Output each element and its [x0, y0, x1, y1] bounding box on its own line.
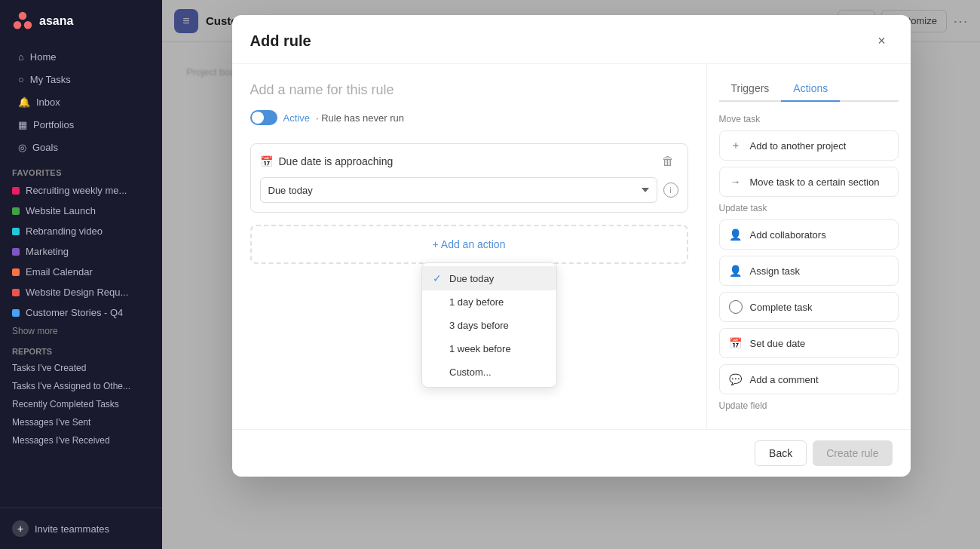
sidebar-item-marketing[interactable]: Marketing: [0, 241, 162, 262]
sidebar-item-customer-stories[interactable]: Customer Stories - Q4: [0, 302, 162, 323]
action-assign-task[interactable]: 👤 Assign task: [719, 256, 899, 286]
report-tasks-created[interactable]: Tasks I've Created: [0, 359, 162, 377]
update-task-section-label: Update task: [719, 203, 899, 213]
favorite-dot: [12, 268, 20, 276]
modal-close-button[interactable]: ×: [871, 30, 893, 51]
report-tasks-assigned[interactable]: Tasks I've Assigned to Othe...: [0, 377, 162, 395]
favorite-dot: [12, 187, 20, 195]
invite-icon: +: [12, 520, 29, 537]
sidebar-item-website-launch[interactable]: Website Launch: [0, 201, 162, 221]
svg-point-2: [24, 21, 32, 29]
dropdown-option-due-today[interactable]: ✓ Due today: [422, 266, 556, 290]
back-button[interactable]: Back: [755, 440, 807, 466]
svg-point-0: [19, 12, 27, 20]
due-date-dropdown-menu: ✓ Due today 1 day before 3 days before 1…: [421, 262, 557, 388]
report-messages-received[interactable]: Messages I've Received: [0, 431, 162, 449]
sidebar-item-inbox[interactable]: 🔔 Inbox: [6, 91, 156, 113]
sidebar-navigation: ⌂ Home ○ My Tasks 🔔 Inbox ▦ Portfolios ◎…: [0, 42, 162, 162]
svg-point-1: [14, 21, 22, 29]
favorite-dot: [12, 228, 20, 235]
update-field-section-label: Update field: [719, 400, 899, 411]
due-date-icon: 📅: [729, 336, 743, 350]
dropdown-option-1-week[interactable]: 1 week before: [422, 337, 556, 360]
favorites-section-title: Favorites: [0, 162, 162, 180]
app-name: asana: [39, 14, 73, 28]
tab-triggers[interactable]: Triggers: [719, 76, 782, 102]
invite-teammates-button[interactable]: + Invite teammates: [0, 514, 162, 543]
action-add-comment[interactable]: 💬 Add a comment: [719, 364, 899, 394]
due-date-dropdown[interactable]: Due today 1 day before 3 days before 1 w…: [260, 177, 657, 203]
home-icon: ⌂: [18, 51, 24, 63]
show-more-link[interactable]: Show more: [0, 323, 162, 339]
action-complete-task[interactable]: Complete task: [719, 292, 899, 322]
rule-name-placeholder[interactable]: Add a name for this rule: [250, 82, 688, 98]
modal-body: Add a name for this rule Active · Rule h…: [232, 64, 911, 429]
circle-icon: ○: [18, 74, 24, 85]
sidebar-item-portfolios[interactable]: ▦ Portfolios: [6, 114, 156, 136]
action-set-due-date[interactable]: 📅 Set due date: [719, 328, 899, 358]
action-move-to-section[interactable]: → Move task to a certain section: [719, 167, 899, 197]
check-circle-icon: [729, 300, 743, 314]
favorite-dot: [12, 248, 20, 256]
modal-right-panel: Triggers Actions Move task ＋ Add to anot…: [707, 64, 911, 429]
sidebar-bottom: + Invite teammates: [0, 508, 162, 549]
sidebar-item-email-calendar[interactable]: Email Calendar: [0, 262, 162, 282]
collaborators-icon: 👤: [729, 228, 743, 241]
sidebar: asana ⌂ Home ○ My Tasks 🔔 Inbox ▦ Portfo…: [0, 0, 162, 549]
active-toggle[interactable]: [250, 110, 277, 125]
favorite-dot: [12, 309, 20, 317]
rule-status: Active · Rule has never run: [250, 110, 688, 125]
dropdown-option-custom[interactable]: Custom...: [422, 360, 556, 384]
modal-title: Add rule: [250, 32, 311, 50]
report-messages-sent[interactable]: Messages I've Sent: [0, 413, 162, 431]
trigger-header: 📅 Due date is approaching 🗑: [260, 153, 678, 170]
trigger-delete-button[interactable]: 🗑: [657, 153, 678, 170]
add-rule-modal: Add rule × Add a name for this rule Acti…: [232, 15, 911, 477]
sidebar-item-home[interactable]: ⌂ Home: [6, 46, 156, 68]
report-recently-completed[interactable]: Recently Completed Tasks: [0, 395, 162, 413]
sidebar-logo: asana: [0, 0, 162, 42]
portfolios-icon: ▦: [18, 119, 27, 130]
assign-icon: 👤: [729, 264, 743, 278]
modal-overlay: Add rule × Add a name for this rule Acti…: [162, 0, 980, 549]
asana-logo-icon: [12, 11, 33, 32]
modal-header: Add rule ×: [232, 15, 911, 64]
panel-tabs: Triggers Actions: [719, 76, 899, 102]
add-action-area[interactable]: + Add an action: [250, 225, 688, 264]
calendar-icon: 📅: [260, 155, 273, 167]
move-task-section-label: Move task: [719, 114, 899, 124]
plus-icon: ＋: [729, 139, 743, 152]
create-rule-button[interactable]: Create rule: [813, 440, 892, 466]
status-active-label: Active: [283, 112, 310, 124]
dropdown-option-1-day[interactable]: 1 day before: [422, 290, 556, 314]
main-content: ≡ Customer Stories - Q4 Sort Customize ⋯…: [162, 0, 980, 549]
favorite-dot: [12, 207, 20, 215]
sidebar-item-goals[interactable]: ◎ Goals: [6, 136, 156, 158]
dropdown-row: Due today 1 day before 3 days before 1 w…: [260, 177, 678, 203]
modal-footer: Back Create rule: [232, 429, 911, 477]
info-icon[interactable]: i: [663, 182, 678, 198]
dropdown-option-3-days[interactable]: 3 days before: [422, 314, 556, 337]
reports-section-title: Reports: [0, 339, 162, 359]
trigger-title: 📅 Due date is approaching: [260, 155, 394, 167]
comment-icon: 💬: [729, 373, 743, 386]
action-add-to-project[interactable]: ＋ Add to another project: [719, 130, 899, 161]
status-run-text: · Rule has never run: [316, 112, 404, 124]
sidebar-item-my-tasks[interactable]: ○ My Tasks: [6, 69, 156, 90]
check-icon: ✓: [433, 272, 443, 284]
action-add-collaborators[interactable]: 👤 Add collaborators: [719, 219, 899, 250]
arrow-right-icon: →: [729, 175, 743, 189]
sidebar-item-rebranding[interactable]: Rebranding video: [0, 221, 162, 241]
tab-actions[interactable]: Actions: [781, 76, 840, 102]
favorite-dot: [12, 289, 20, 296]
sidebar-item-website-design[interactable]: Website Design Requ...: [0, 282, 162, 302]
bell-icon: 🔔: [18, 97, 30, 108]
sidebar-item-recruiting[interactable]: Recruiting weekly me...: [0, 180, 162, 201]
trigger-box: 📅 Due date is approaching 🗑 Due today 1 …: [250, 143, 688, 213]
goals-icon: ◎: [18, 142, 26, 153]
